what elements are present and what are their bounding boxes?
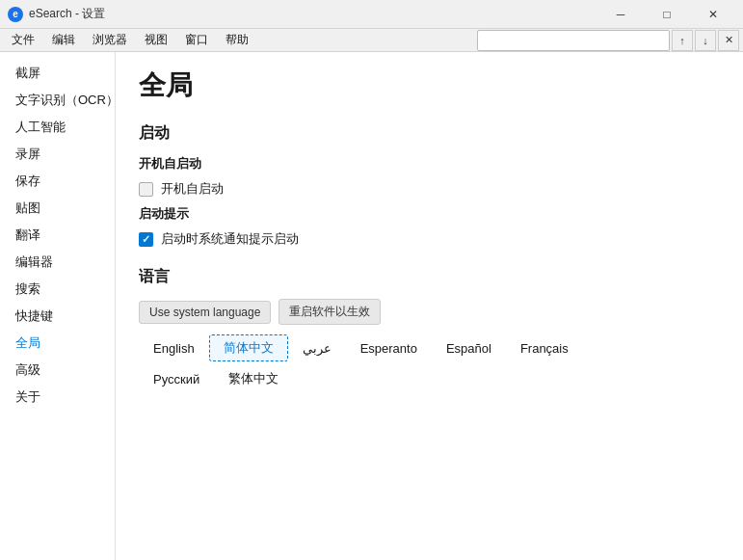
startup-title: 启动 <box>139 123 720 144</box>
language-row-1: English 简体中文 عربي Esperanto Español Fran… <box>139 334 720 361</box>
auto-start-row: 开机自启动 <box>139 180 720 198</box>
page-title: 全局 <box>139 67 720 104</box>
sidebar-item-ocr[interactable]: 文字识别（OCR） <box>0 87 115 114</box>
sidebar-item-ai[interactable]: 人工智能 <box>0 114 115 141</box>
menu-file[interactable]: 文件 <box>4 30 42 50</box>
auto-start-label: 开机自启动 <box>161 180 224 198</box>
language-section: 语言 Use system language 重启软件以生效 English 简… <box>139 267 720 392</box>
menu-window[interactable]: 窗口 <box>177 30 216 50</box>
window-controls: ─ □ ✕ <box>598 0 735 29</box>
language-row-2: Русский 繁体中文 <box>139 365 720 392</box>
sidebar-item-hotkeys[interactable]: 快捷键 <box>0 303 115 330</box>
language-top-row: Use system language 重启软件以生效 <box>139 299 720 325</box>
close-button[interactable]: ✕ <box>691 0 735 29</box>
lang-option-en[interactable]: English <box>139 336 209 360</box>
sidebar-item-sticker[interactable]: 贴图 <box>0 195 115 222</box>
auto-start-title: 开机自启动 <box>139 155 720 173</box>
lang-option-eo[interactable]: Esperanto <box>346 336 432 360</box>
menu-edit[interactable]: 编辑 <box>44 30 83 50</box>
auto-start-checkbox[interactable] <box>139 182 153 197</box>
nav-down-button[interactable]: ↓ <box>695 30 716 51</box>
startup-hint-label: 启动时系统通知提示启动 <box>161 230 299 248</box>
startup-section: 启动 开机自启动 开机自启动 启动提示 启动时系统通知提示启动 <box>139 123 720 248</box>
sidebar-item-search[interactable]: 搜索 <box>0 276 115 303</box>
menu-bar: 文件 编辑 浏览器 视图 窗口 帮助 ↑ ↓ ✕ <box>0 29 743 52</box>
lang-option-ru[interactable]: Русский <box>139 367 214 391</box>
sidebar-item-advanced[interactable]: 高级 <box>0 357 115 384</box>
language-title: 语言 <box>139 267 720 287</box>
sidebar: 截屏 文字识别（OCR） 人工智能 录屏 保存 贴图 翻译 编辑器 搜索 快捷键… <box>0 52 116 560</box>
app-icon: e <box>8 7 23 22</box>
startup-hint-title: 启动提示 <box>139 205 720 223</box>
sidebar-item-translate[interactable]: 翻译 <box>0 222 115 249</box>
use-system-language-button[interactable]: Use system language <box>139 301 271 324</box>
content-area: 全局 启动 开机自启动 开机自启动 启动提示 启动时系统通知提示启动 语言 Us… <box>116 52 743 560</box>
startup-hint-checkbox[interactable] <box>139 232 153 247</box>
main-layout: 截屏 文字识别（OCR） 人工智能 录屏 保存 贴图 翻译 编辑器 搜索 快捷键… <box>0 52 743 560</box>
menu-browser[interactable]: 浏览器 <box>85 30 135 50</box>
sidebar-item-save[interactable]: 保存 <box>0 168 115 195</box>
lang-option-zh-cn[interactable]: 简体中文 <box>209 334 288 361</box>
menu-view[interactable]: 视图 <box>137 30 175 50</box>
sidebar-item-screenshot[interactable]: 截屏 <box>0 60 115 87</box>
window-title: eSearch - 设置 <box>29 6 598 22</box>
nav-close-button[interactable]: ✕ <box>718 30 739 51</box>
menu-help[interactable]: 帮助 <box>218 30 256 50</box>
maximize-button[interactable]: □ <box>645 0 689 29</box>
lang-option-zh-tw[interactable]: 繁体中文 <box>214 365 293 392</box>
sidebar-item-about[interactable]: 关于 <box>0 384 115 411</box>
startup-hint-row: 启动时系统通知提示启动 <box>139 230 720 248</box>
title-bar: e eSearch - 设置 ─ □ ✕ <box>0 0 743 29</box>
restart-button[interactable]: 重启软件以生效 <box>279 299 381 325</box>
sidebar-item-editor[interactable]: 编辑器 <box>0 249 115 276</box>
lang-option-ar[interactable]: عربي <box>288 336 346 360</box>
minimize-button[interactable]: ─ <box>598 0 643 29</box>
sidebar-item-global[interactable]: 全局 <box>0 330 115 357</box>
lang-option-es[interactable]: Español <box>432 336 506 360</box>
sidebar-item-record[interactable]: 录屏 <box>0 141 115 168</box>
nav-up-button[interactable]: ↑ <box>672 30 693 51</box>
lang-option-fr[interactable]: Français <box>506 336 583 360</box>
search-input[interactable] <box>477 30 670 51</box>
